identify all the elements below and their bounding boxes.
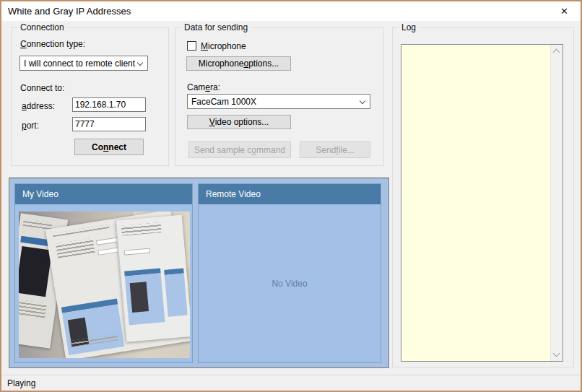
webcam-photo [19, 212, 190, 358]
microphone-checkbox[interactable] [187, 41, 196, 51]
close-button[interactable]: ✕ [548, 1, 581, 21]
address-label: address: [22, 101, 55, 111]
connection-type-select[interactable]: I will connect to remote client [19, 56, 148, 71]
video-options-button[interactable]: Video options... [187, 115, 291, 129]
my-video-panel: My Video [14, 183, 193, 363]
photo-mini-remote [164, 273, 187, 316]
status-text: Playing [7, 378, 35, 388]
chevron-down-icon [360, 98, 365, 104]
my-video-title: My Video [22, 189, 58, 199]
scroll-up-icon[interactable] [553, 49, 560, 56]
photo-cam-preview [19, 246, 52, 297]
microphone-options-button[interactable]: Microphone options... [186, 56, 291, 71]
photo-text-lines [53, 225, 110, 237]
microphone-label: Microphone [201, 41, 246, 51]
connect-to-label: Connect to: [20, 83, 64, 93]
photo-text-lines [19, 299, 47, 319]
connection-type-value: I will connect to remote client [24, 58, 135, 69]
connection-group-label: Connection [17, 22, 67, 32]
photo-main-window [45, 212, 190, 358]
photo-text-lines [121, 222, 160, 236]
data-for-sending-group: Data for sending Microphone Microphone o… [175, 27, 384, 166]
connect-button[interactable]: Connect [74, 139, 144, 155]
close-icon: ✕ [560, 6, 568, 17]
my-video-header: My Video [15, 184, 192, 204]
connection-group: Connection Connection type: I will conne… [11, 27, 169, 166]
remote-video-panel: Remote Video No Video [198, 183, 381, 363]
connection-type-label: Connection type: [20, 39, 85, 49]
log-group: Log [392, 27, 574, 367]
camera-label: Camera: [187, 82, 220, 92]
dialog-window: White and Gray IP Addresses ✕ Connection… [0, 0, 582, 392]
port-label: port: [22, 121, 39, 131]
title-bar: White and Gray IP Addresses ✕ [1, 1, 581, 21]
photo-nested-window [115, 214, 190, 342]
data-for-sending-group-label: Data for sending [181, 22, 251, 32]
no-video-placeholder: No Video [199, 204, 381, 362]
send-file-button[interactable]: Send file... [300, 141, 370, 158]
camera-value: FaceCam 1000X [191, 97, 256, 107]
photo-text-lines [56, 238, 96, 260]
remote-video-title: Remote Video [206, 189, 261, 199]
photo-field [123, 248, 150, 255]
address-field[interactable] [72, 97, 146, 112]
port-field[interactable] [72, 117, 146, 131]
remote-video-header: Remote Video [199, 184, 381, 204]
log-group-label: Log [399, 22, 419, 32]
window-title: White and Gray IP Addresses [8, 6, 131, 17]
log-textarea[interactable] [401, 44, 563, 362]
camera-select[interactable]: FaceCam 1000X [187, 94, 370, 109]
photo-mini-preview [129, 282, 149, 313]
chevron-down-icon [137, 60, 143, 66]
scroll-down-icon[interactable] [553, 350, 560, 357]
no-video-text: No Video [272, 279, 307, 289]
send-sample-command-button[interactable]: Send sample command [188, 141, 291, 158]
video-area: My Video [9, 178, 389, 368]
status-bar: Playing [1, 375, 581, 391]
log-scrollbar[interactable] [550, 45, 563, 361]
